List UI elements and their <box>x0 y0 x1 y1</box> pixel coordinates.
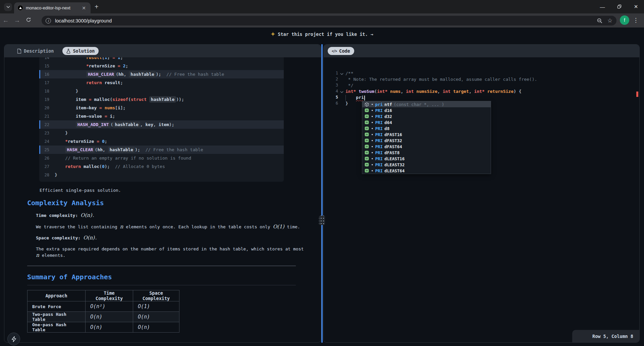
cursor-position: Row 5, Column 8 <box>592 334 633 339</box>
code-line: 19 item = malloc(sizeof(struct hashTable… <box>39 95 284 104</box>
line-number: 25 <box>39 148 49 152</box>
forward-button[interactable]: → <box>11 17 23 24</box>
suggestion-item[interactable]: •printf(const char *, ... ) <box>362 101 491 107</box>
solution-code-block: 14 result[1] = 1;15 *returnSize = 2;16 H… <box>39 53 284 182</box>
editor-line: 1/** <box>324 70 639 76</box>
back-button[interactable]: ← <box>0 17 11 24</box>
browser-tab-title: monaco-editor-lsp-next <box>26 5 78 10</box>
suggestion-item[interactable]: •PRId64 <box>362 119 491 125</box>
suggestion-item[interactable]: •PRId8 <box>362 125 491 131</box>
line-number: 16 <box>39 72 49 77</box>
tab-description[interactable]: Description <box>13 47 58 55</box>
suggestion-item[interactable]: •PRIdFAST64 <box>362 143 491 150</box>
suggestion-item[interactable]: •PRIdFAST8 <box>362 150 491 156</box>
table-cell: O(n) <box>86 312 133 322</box>
line-number: 23 <box>39 131 49 135</box>
suggestion-item[interactable]: •PRIdFAST16 <box>362 131 491 137</box>
table-cell: O(n) <box>133 322 179 333</box>
code-line: 26 // Return an empty array if no soluti… <box>39 154 284 162</box>
line-number: 22 <box>39 122 49 127</box>
constant-icon <box>365 163 369 167</box>
complexity-analysis-heading: Complexity Analysis <box>27 199 104 207</box>
space-complexity-line: Space complexity: O(n). <box>36 235 97 241</box>
solution-note: Efficient single-pass solution. <box>40 188 121 193</box>
line-number: 19 <box>39 97 49 102</box>
constant-icon <box>365 169 369 173</box>
zoom-icon[interactable] <box>597 18 603 24</box>
editor-line: 4int* twoSum(int* nums, int numsSize, in… <box>324 88 639 94</box>
constant-icon <box>365 120 369 124</box>
code-line: 23 } <box>39 129 284 137</box>
window-close-button[interactable]: ✕ <box>633 4 639 10</box>
constant-icon <box>365 132 369 136</box>
left-panel: Description Solution 14 result[1] = 1;15… <box>4 44 321 343</box>
time-complexity-desc: We traverse the list containing n elemen… <box>36 224 304 230</box>
tab-search-button[interactable] <box>4 3 12 11</box>
table-header: Space Complexity <box>133 290 179 301</box>
browser-titlebar: monaco-editor-lsp-next ✕ + — ✕ <box>0 0 644 13</box>
suggestion-item[interactable]: •PRIdLEAST64 <box>362 168 491 174</box>
tab-close-icon[interactable]: ✕ <box>80 5 87 11</box>
quick-action-button[interactable] <box>7 333 20 345</box>
table-cell: Brute Force <box>28 301 86 312</box>
url-text[interactable]: localhost:3000/playground <box>55 18 592 23</box>
constant-icon <box>365 114 369 118</box>
code-line: 22 HASH_ADD_INT(hashTable, key, item); <box>39 120 284 129</box>
suggestion-item[interactable]: •PRId16 <box>362 107 491 113</box>
code-line: 25 HASH_CLEAR(hh, hashTable); // Free th… <box>39 146 284 154</box>
constant-icon <box>365 108 369 112</box>
window-minimize-button[interactable]: — <box>599 4 606 10</box>
code-line: 15 *returnSize = 2; <box>39 62 284 70</box>
tab-solution[interactable]: Solution <box>62 47 99 55</box>
monaco-editor[interactable]: 1/**2 * Note: The returned array must be… <box>324 57 639 342</box>
table-row: Brute ForceO(n²)O(1) <box>28 301 179 312</box>
profile-avatar[interactable]: f <box>620 15 629 25</box>
constant-icon <box>365 126 369 130</box>
resize-grip-icon[interactable] <box>319 216 325 225</box>
right-panel: </> Code 1/**2 * Note: The returned arra… <box>323 44 640 343</box>
code-brackets-icon: </> <box>332 49 337 53</box>
fold-chevron-icon <box>340 73 343 75</box>
browser-tab[interactable]: monaco-editor-lsp-next ✕ <box>14 2 91 13</box>
url-bar[interactable]: i localhost:3000/playground ☆ <box>42 16 616 25</box>
browser-menu-icon[interactable]: ⋮ <box>633 17 639 24</box>
line-number: 27 <box>39 164 49 169</box>
favicon <box>17 5 23 11</box>
tab-code[interactable]: </> Code <box>328 47 354 55</box>
table-header: Time Complexity <box>86 290 133 301</box>
site-info-icon[interactable]: i <box>46 18 51 23</box>
editor-line-number: 4 <box>324 89 338 94</box>
suggestion-item[interactable]: •PRIdLEAST32 <box>362 162 491 168</box>
table-cell: One-pass Hash Table <box>28 322 86 333</box>
function-icon <box>365 102 369 107</box>
reload-button[interactable] <box>23 17 34 24</box>
code-line: 20 item→key = nums[i]; <box>39 104 284 112</box>
suggestion-item[interactable]: •PRIdLEAST16 <box>362 156 491 162</box>
panel-resize-handle[interactable] <box>321 44 323 343</box>
editor-line-number: 5 <box>324 95 338 100</box>
suggestion-item[interactable]: •PRIdFAST32 <box>362 137 491 143</box>
table-cell: O(1) <box>133 301 179 312</box>
code-line: 27 return malloc(0); // Allocate 0 bytes <box>39 162 284 171</box>
table-cell: O(n²) <box>86 301 133 312</box>
approaches-table: ApproachTime ComplexitySpace Complexity … <box>27 290 179 333</box>
window-restore-button[interactable] <box>616 4 623 10</box>
reload-icon <box>26 17 31 22</box>
suggestion-item[interactable]: •PRId32 <box>362 113 491 119</box>
star-project-banner[interactable]: Star this project if you like it.→ <box>0 32 644 37</box>
bookmark-star-icon[interactable]: ☆ <box>607 17 612 24</box>
section-divider <box>27 266 296 266</box>
table-cell: Two-pass Hash Table <box>28 312 86 322</box>
constant-icon <box>365 157 369 161</box>
line-number: 20 <box>39 106 49 110</box>
editor-line-number: 2 <box>324 77 338 81</box>
line-number: 26 <box>39 156 49 161</box>
left-panel-tabbar: Description Solution <box>4 45 321 57</box>
chevron-down-icon <box>6 6 10 8</box>
editor-line-number: 1 <box>324 71 338 75</box>
new-tab-button[interactable]: + <box>95 3 99 10</box>
table-cell: O(n) <box>133 312 179 322</box>
table-row: Two-pass Hash TableO(n)O(n) <box>28 312 179 322</box>
editor-line: 5 pri <box>324 94 639 100</box>
code-line: 16 HASH_CLEAR(hh, hashTable); // Free th… <box>39 70 284 78</box>
